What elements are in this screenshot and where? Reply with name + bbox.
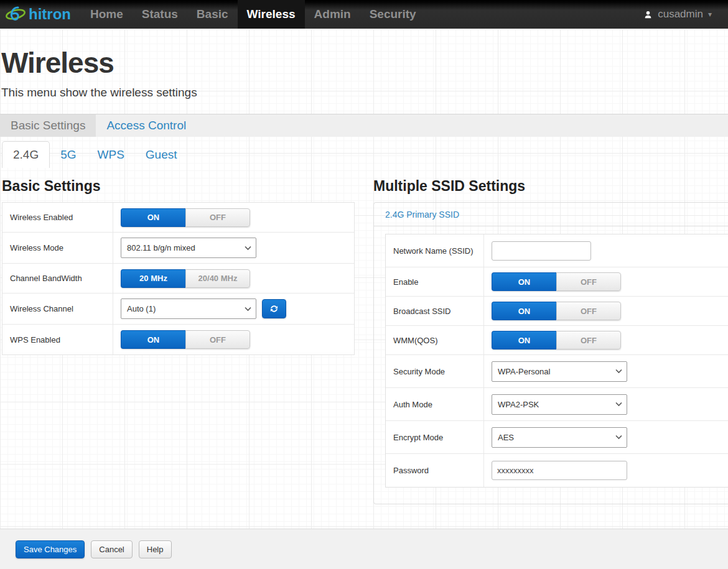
basic-settings-heading: Basic Settings [2,178,373,195]
page-subtitle: This menu show the wireless settings [1,86,728,99]
tab-guest[interactable]: Guest [135,141,188,168]
ssid-settings-table: Network Name (SSID)EnableONOFFBroadcast … [385,234,728,488]
top-navbar: hitron Home Status Basic Wireless Admin … [0,0,728,29]
field-label: Network Name (SSID) [386,234,484,267]
ssid-settings-panel: Multiple SSID Settings 2.4G Primary SSID… [373,178,728,504]
page-content: Wireless This menu show the wireless set… [0,29,728,529]
secondary-tabbar: 2.4G 5G WPS Guest [0,141,728,168]
save-changes-button[interactable]: Save Changes [16,540,85,558]
hitron-logo-icon [5,5,27,24]
channel-bandwidth-option-20-mhz[interactable]: 20 MHz [121,269,185,288]
nav-item-admin[interactable]: Admin [305,0,360,29]
ssid-settings-row-wmm-qos: WMM(QOS)ONOFF [386,326,728,355]
wps-enabled-toggle: ONOFF [121,330,250,349]
ssid-settings-row-broadcast-ssid: Broadcast SSIDONOFF [386,297,728,326]
enable-toggle: ONOFF [492,272,621,291]
auth-mode-select[interactable]: WPA2-PSK [492,394,627,415]
user-icon [643,10,653,19]
field-label: WMM(QOS) [386,326,484,354]
ssid-settings-row-security-mode: Security ModeWPA-Personal [386,355,728,388]
nav-item-basic[interactable]: Basic [187,0,238,29]
ssid-settings-heading: Multiple SSID Settings [373,178,728,195]
ssid-settings-row-encrypt-mode: Encrypt ModeAES [386,421,728,454]
wireless-channel-select[interactable]: Auto (1) [121,298,256,319]
page-title: Wireless [1,46,728,80]
nav-item-home[interactable]: Home [81,0,133,29]
broadcast-ssid-option-on[interactable]: ON [492,302,556,320]
tab-wps[interactable]: WPS [87,141,135,168]
field-label: Broadcast SSID [386,297,484,325]
basic-settings-table: Wireless EnabledONOFFWireless Mode802.11… [2,202,355,355]
field-control: 20 MHz20/40 MHz [113,264,354,293]
basic-settings-row-wps-enabled: WPS EnabledONOFF [2,325,354,354]
wireless-mode-select[interactable]: 802.11 b/g/n mixed [121,238,256,258]
field-control: ONOFF [484,326,728,354]
wps-enabled-option-off[interactable]: OFF [185,330,250,349]
field-label: Password [386,454,484,487]
basic-settings-row-wireless-channel: Wireless ChannelAuto (1) [2,294,354,325]
security-mode-select[interactable]: WPA-Personal [492,361,627,382]
ssid-settings-row-auth-mode: Auth ModeWPA2-PSK [386,388,728,421]
field-label: WPS Enabled [2,325,113,354]
broadcast-ssid-option-off[interactable]: OFF [556,302,621,320]
wps-enabled-option-on[interactable]: ON [121,330,185,349]
encrypt-mode-select[interactable]: AES [492,427,627,448]
field-control: ONOFF [484,267,728,296]
ssid-settings-row-network-name-ssid: Network Name (SSID) [386,234,728,267]
help-button[interactable]: Help [139,540,172,558]
password-input[interactable] [492,461,627,480]
network-name-ssid-input[interactable] [492,241,591,261]
ssid-settings-row-enable: EnableONOFF [386,267,728,297]
field-control: Auto (1) [113,294,354,324]
field-control [484,454,728,487]
primary-tabbar: Basic Settings Access Control [0,114,728,137]
tab-basic-settings[interactable]: Basic Settings [0,114,96,137]
wmm-qos-toggle: ONOFF [492,331,621,349]
field-label: Wireless Enabled [2,203,113,232]
channel-bandwidth-option-20-40-mhz[interactable]: 20/40 MHz [185,269,250,288]
field-control: ONOFF [484,297,728,325]
wmm-qos-option-off[interactable]: OFF [556,331,621,349]
field-control: ONOFF [113,325,354,354]
tab-2-4g[interactable]: 2.4G [2,141,50,168]
field-label: Auth Mode [386,388,484,420]
field-label: Channel BandWidth [2,264,113,293]
basic-settings-row-channel-bandwidth: Channel BandWidth20 MHz20/40 MHz [2,264,354,294]
field-label: Wireless Mode [2,233,113,263]
hitron-logo[interactable]: hitron [0,0,81,29]
enable-option-off[interactable]: OFF [556,272,621,291]
primary-ssid-link[interactable]: 2.4G Primary SSID [374,203,728,226]
basic-settings-panel: Basic Settings Wireless EnabledONOFFWire… [0,178,373,504]
user-name: cusadmin [658,8,703,21]
basic-settings-row-wireless-enabled: Wireless EnabledONOFF [2,203,354,233]
field-control: WPA-Personal [484,355,728,387]
refresh-icon [269,304,279,313]
field-control: AES [484,421,728,453]
field-label: Enable [386,267,484,296]
tab-5g[interactable]: 5G [50,141,86,168]
nav-item-wireless[interactable]: Wireless [238,0,305,29]
user-menu[interactable]: cusadmin ▾ [643,0,728,29]
field-label: Wireless Channel [2,294,113,324]
field-control [484,234,728,267]
wmm-qos-option-on[interactable]: ON [492,331,556,349]
channel-bandwidth-toggle: 20 MHz20/40 MHz [121,269,250,288]
nav-item-status[interactable]: Status [133,0,187,29]
field-label: Security Mode [386,355,484,387]
caret-down-icon: ▾ [708,10,712,19]
tab-access-control[interactable]: Access Control [96,114,197,137]
wireless-enabled-option-off[interactable]: OFF [185,208,250,227]
broadcast-ssid-toggle: ONOFF [492,302,621,320]
cancel-button[interactable]: Cancel [91,540,132,558]
basic-settings-row-wireless-mode: Wireless Mode802.11 b/g/n mixed [2,233,354,264]
field-label: Encrypt Mode [386,421,484,453]
wireless-enabled-option-on[interactable]: ON [121,208,185,227]
nav-item-security[interactable]: Security [360,0,426,29]
ssid-card: 2.4G Primary SSID Network Name (SSID)Ena… [373,202,728,504]
field-control: 802.11 b/g/n mixed [113,233,354,263]
logo-text: hitron [29,6,71,23]
enable-option-on[interactable]: ON [492,272,556,291]
rescan-channel-button[interactable] [262,299,286,318]
field-control: WPA2-PSK [484,388,728,420]
settings-panels: Basic Settings Wireless EnabledONOFFWire… [0,168,728,504]
